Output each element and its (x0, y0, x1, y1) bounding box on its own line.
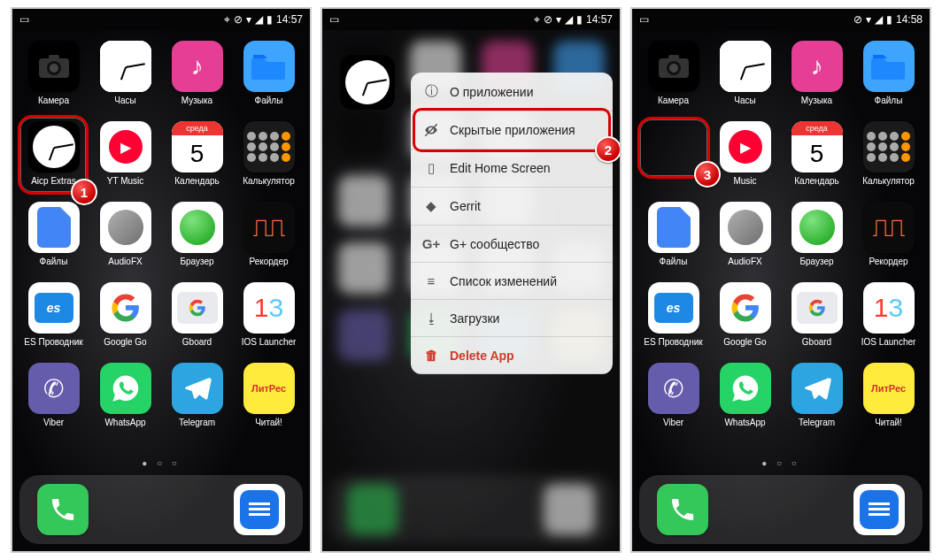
picture-icon: ▭ (19, 14, 29, 25)
signal-icon: ◢ (565, 14, 573, 25)
menu-edit-home[interactable]: ▯ Edit Home Screen (411, 150, 613, 188)
app-label: Камера (658, 96, 689, 105)
app-telegram[interactable]: Telegram (784, 363, 849, 427)
status-bar: ▭ ⊘ ▾ ◢ ▮ 14:58 (632, 9, 930, 30)
es-explorer-icon: es (28, 282, 80, 334)
menu-label: Список изменений (450, 274, 557, 288)
app-viber[interactable]: ✆ Viber (21, 363, 86, 427)
app-calculator[interactable]: Калькулятор (856, 121, 921, 186)
menu-label: Gerrit (450, 199, 481, 213)
dock-phone[interactable] (37, 484, 89, 535)
app-docs[interactable]: Файлы (641, 202, 706, 266)
phone-screen-2: ▭ ⌖ ⊘ ▾ ◢ ▮ 14:57 (320, 7, 622, 553)
calendar-day: 5 (810, 135, 824, 173)
app-docs[interactable]: Файлы (21, 202, 86, 266)
app-files[interactable]: Файлы (856, 41, 921, 105)
app-ios-launcher[interactable]: 13 IOS Launcher (236, 282, 301, 347)
app-yt-music[interactable]: ▶Music (713, 121, 777, 186)
app-recorder[interactable]: ⎍⎍Рекордер (856, 202, 921, 266)
app-es-explorer[interactable]: es ES Проводник (21, 282, 86, 347)
status-bar: ▭ ⌖ ⊘ ▾ ◢ ▮ 14:57 (322, 9, 620, 30)
dock-messages[interactable] (853, 484, 905, 535)
app-label: Музыка (181, 96, 212, 105)
svg-point-8 (669, 64, 678, 73)
app-read[interactable]: ЛитРес Читай! (236, 363, 301, 427)
app-aicp-extras[interactable]: Aicp Extras (21, 121, 86, 186)
phone-frame-icon: ▯ (423, 160, 439, 176)
ios-launcher-icon: 13 (243, 282, 295, 334)
menu-gplus[interactable]: G+ G+ сообщество (411, 226, 613, 263)
app-calendar[interactable]: среда 5 Календарь (165, 121, 229, 186)
app-clock[interactable]: Часы (713, 41, 777, 105)
app-gboard[interactable]: Gboard (165, 282, 229, 347)
calendar-icon: среда5 (791, 121, 843, 173)
app-whatsapp[interactable]: WhatsApp (93, 363, 158, 427)
yt-music-icon: ▶ (720, 121, 771, 173)
audiofx-icon (100, 202, 151, 253)
dock-messages[interactable] (234, 484, 285, 535)
app-clock[interactable]: Часы (93, 41, 158, 105)
app-viber[interactable]: ✆Viber (641, 363, 706, 427)
app-audiofx[interactable]: AudioFX (713, 202, 777, 266)
folder-icon (243, 41, 295, 92)
home-grid: Камера Часы ♪ Музыка Файлы Aicp Extras ▶… (12, 30, 310, 427)
svg-rect-6 (668, 55, 679, 60)
calculator-icon (863, 121, 915, 173)
menu-label: О приложении (450, 85, 533, 99)
browser-icon (791, 202, 843, 253)
app-camera[interactable]: Камера (21, 41, 86, 105)
app-audiofx[interactable]: AudioFX (93, 202, 158, 266)
app-label: Калькулятор (243, 176, 295, 186)
menu-gerrit[interactable]: ◆ Gerrit (411, 188, 613, 226)
whatsapp-icon (720, 363, 771, 414)
google-go-icon (100, 282, 151, 334)
app-whatsapp[interactable]: WhatsApp (713, 363, 777, 427)
dragged-app-icon[interactable] (340, 55, 395, 110)
dock-phone[interactable] (657, 484, 708, 535)
app-google-go[interactable]: Google Go (93, 282, 158, 347)
app-browser[interactable]: Браузер (784, 202, 849, 266)
clock-text: 14:57 (586, 13, 613, 26)
step-badge-3: 3 (694, 161, 721, 188)
step-badge-1: 1 (71, 179, 97, 205)
document-icon (648, 202, 699, 253)
calendar-icon: среда 5 (172, 121, 223, 173)
app-browser[interactable]: Браузер (165, 202, 229, 266)
clock-icon (100, 41, 151, 92)
app-music[interactable]: ♪ Музыка (165, 41, 229, 105)
gplus-icon: G+ (423, 236, 439, 251)
dnd-icon: ⊘ (544, 14, 552, 25)
android-icon: ▾ (246, 14, 251, 25)
app-ios-launcher[interactable]: 13IOS Launcher (856, 282, 921, 347)
app-yt-music[interactable]: ▶ YT Music (93, 121, 158, 186)
app-google-go[interactable]: Google Go (713, 282, 777, 347)
info-icon: ⓘ (423, 83, 439, 100)
app-calendar[interactable]: среда5Календарь (784, 121, 849, 186)
app-camera[interactable]: Камера (641, 41, 706, 105)
telegram-icon (791, 363, 843, 414)
menu-changelog[interactable]: ≡ Список изменений (411, 263, 613, 300)
app-read[interactable]: ЛитРесЧитай! (856, 363, 921, 427)
app-label: ES Проводник (24, 337, 82, 347)
app-files[interactable]: Файлы (236, 41, 301, 105)
menu-about-app[interactable]: ⓘ О приложении (411, 73, 613, 111)
menu-label: Edit Home Screen (450, 161, 551, 175)
app-label: Google Go (723, 337, 766, 347)
battery-icon: ▮ (266, 14, 273, 25)
app-label: Рекордер (869, 257, 907, 266)
app-es-explorer[interactable]: esES Проводник (641, 282, 706, 347)
app-telegram[interactable]: Telegram (165, 363, 229, 427)
app-recorder[interactable]: ⎍⎍ Рекордер (236, 202, 301, 266)
app-label: WhatsApp (104, 418, 145, 427)
app-label: Viber (43, 418, 64, 427)
app-calculator[interactable]: Калькулятор (236, 121, 301, 186)
app-music[interactable]: ♪Музыка (784, 41, 849, 105)
menu-downloads[interactable]: ⭳ Загрузки (411, 300, 613, 337)
app-gboard[interactable]: Gboard (784, 282, 849, 347)
calendar-weekday: среда (172, 121, 223, 135)
gboard-icon (791, 282, 843, 334)
menu-hidden-apps[interactable]: Скрытые приложения (411, 111, 613, 150)
dnd-icon: ⊘ (234, 14, 243, 25)
menu-delete-app[interactable]: 🗑 Delete App (411, 337, 613, 374)
page-indicator: ● ○ ○ (12, 458, 310, 468)
